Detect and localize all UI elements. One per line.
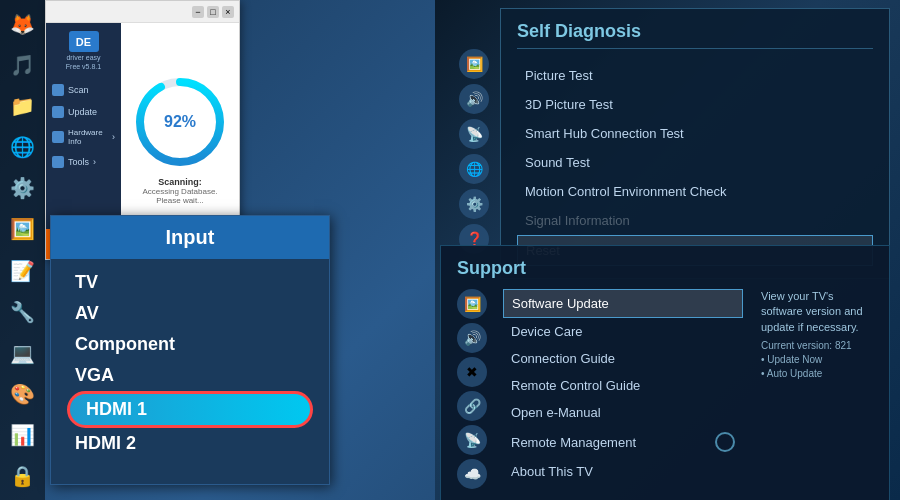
update-now-option: Update Now [761, 353, 873, 367]
close-button[interactable]: × [222, 6, 234, 18]
support-icon-sidebar: 🖼️ 🔊 ✖ 🔗 📡 ☁️ [457, 289, 493, 489]
support-item-emanual[interactable]: Open e-Manual [503, 399, 743, 426]
support-item-device-care[interactable]: Device Care [503, 318, 743, 345]
taskbar-icon-10[interactable]: 🎨 [5, 377, 41, 412]
diag-item-3d-picture-test[interactable]: 3D Picture Test [517, 90, 873, 119]
diag-item-motion-control[interactable]: Motion Control Environment Check [517, 177, 873, 206]
scanning-label: Scanning: [158, 177, 202, 187]
support-item-remote-management[interactable]: Remote Management [503, 426, 743, 458]
input-item-vga[interactable]: VGA [67, 360, 313, 391]
support-icon-6[interactable]: ☁️ [457, 459, 487, 489]
hardware-icon [52, 131, 64, 143]
self-diagnosis-panel: Self Diagnosis 🖼️ 🔊 📡 🌐 ⚙️ ❓ Picture Tes… [500, 8, 890, 279]
input-menu-window: Input TV AV Component VGA HDMI 1 HDMI 2 [50, 215, 330, 485]
self-diagnosis-title: Self Diagnosis [517, 21, 873, 49]
sidebar-item-tools[interactable]: Tools › [46, 151, 121, 173]
diag-icon-2[interactable]: 🔊 [459, 84, 489, 114]
diag-item-signal-info[interactable]: Signal Information [517, 206, 873, 235]
diag-icon-4[interactable]: 🌐 [459, 154, 489, 184]
support-item-software-update[interactable]: Software Update [503, 289, 743, 318]
taskbar-icon-4[interactable]: 🌐 [5, 130, 41, 165]
diag-icon-5[interactable]: ⚙️ [459, 189, 489, 219]
sidebar-item-update[interactable]: Update [46, 101, 121, 123]
support-item-remote-control-guide[interactable]: Remote Control Guide [503, 372, 743, 399]
logo-text: driver easy Free v5.8.1 [66, 54, 101, 71]
auto-update-option: Auto Update [761, 367, 873, 381]
support-info-panel: View your TV's software version and upda… [753, 289, 873, 489]
logo-icon: DE [69, 31, 99, 52]
scanning-sub: Accessing Database. Please wait... [131, 187, 229, 205]
support-item-about-tv[interactable]: About This TV [503, 458, 743, 485]
scan-icon [52, 84, 64, 96]
driver-easy-title-bar: − □ × [46, 1, 239, 23]
support-icon-4[interactable]: 🔗 [457, 391, 487, 421]
support-icon-5[interactable]: 📡 [457, 425, 487, 455]
left-taskbar: 🦊 🎵 📁 🌐 ⚙️ 🖼️ 📝 🔧 💻 🎨 📊 🔒 [0, 0, 45, 500]
taskbar-icon-5[interactable]: ⚙️ [5, 171, 41, 206]
self-diagnosis-items: Picture Test 3D Picture Test Smart Hub C… [517, 61, 873, 266]
input-item-component[interactable]: Component [67, 329, 313, 360]
input-list: TV AV Component VGA HDMI 1 HDMI 2 [51, 259, 329, 467]
support-item-connection-guide[interactable]: Connection Guide [503, 345, 743, 372]
progress-percentage: 92% [164, 113, 196, 131]
taskbar-icon-3[interactable]: 📁 [5, 88, 41, 123]
support-content: 🖼️ 🔊 ✖ 🔗 📡 ☁️ Software Update Device Car… [457, 289, 873, 489]
diag-icon-sidebar: 🖼️ 🔊 📡 🌐 ⚙️ ❓ [459, 49, 489, 254]
remote-management-toggle[interactable] [715, 432, 735, 452]
update-options-list: Update Now Auto Update [761, 353, 873, 381]
driver-easy-logo: DE driver easy Free v5.8.1 [59, 31, 109, 71]
taskbar-icon-12[interactable]: 🔒 [5, 459, 41, 494]
taskbar-icon-7[interactable]: 📝 [5, 253, 41, 288]
taskbar-icon-9[interactable]: 💻 [5, 335, 41, 370]
taskbar-icon-11[interactable]: 📊 [5, 418, 41, 453]
tools-icon [52, 156, 64, 168]
taskbar-icon-8[interactable]: 🔧 [5, 294, 41, 329]
diag-item-picture-test[interactable]: Picture Test [517, 61, 873, 90]
diag-item-sound-test[interactable]: Sound Test [517, 148, 873, 177]
input-header: Input [51, 216, 329, 259]
support-info-title: View your TV's software version and upda… [761, 289, 873, 335]
remote-management-row: Remote Management [511, 432, 735, 452]
minimize-button[interactable]: − [192, 6, 204, 18]
support-icon-3[interactable]: ✖ [457, 357, 487, 387]
input-item-hdmi1[interactable]: HDMI 1 [67, 391, 313, 428]
input-item-tv[interactable]: TV [67, 267, 313, 298]
input-item-av[interactable]: AV [67, 298, 313, 329]
update-icon [52, 106, 64, 118]
input-item-hdmi2[interactable]: HDMI 2 [67, 428, 313, 459]
taskbar-icon-6[interactable]: 🖼️ [5, 212, 41, 247]
maximize-button[interactable]: □ [207, 6, 219, 18]
diag-icon-3[interactable]: 📡 [459, 119, 489, 149]
sidebar-item-hardware-info[interactable]: Hardware Info › [46, 123, 121, 151]
current-version: Current version: 821 [761, 339, 873, 353]
scan-progress-circle: 92% [135, 77, 225, 167]
input-title: Input [166, 226, 215, 248]
support-title: Support [457, 258, 873, 279]
support-icon-2[interactable]: 🔊 [457, 323, 487, 353]
support-panel: Support 🖼️ 🔊 ✖ 🔗 📡 ☁️ Software Update De… [440, 245, 890, 500]
taskbar-icon-1[interactable]: 🦊 [5, 6, 41, 41]
support-icon-1[interactable]: 🖼️ [457, 289, 487, 319]
sidebar-item-scan[interactable]: Scan [46, 79, 121, 101]
support-list: Software Update Device Care Connection G… [503, 289, 743, 489]
taskbar-icon-2[interactable]: 🎵 [5, 47, 41, 82]
diag-item-smart-hub[interactable]: Smart Hub Connection Test [517, 119, 873, 148]
diag-icon-1[interactable]: 🖼️ [459, 49, 489, 79]
